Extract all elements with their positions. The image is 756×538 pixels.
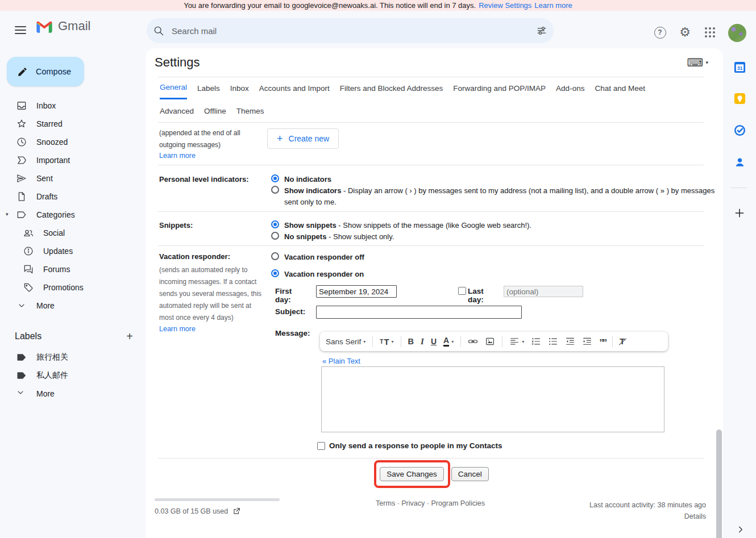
tab-labels[interactable]: Labels	[197, 77, 220, 99]
help-icon[interactable]: ?	[653, 25, 667, 40]
insert-link-icon[interactable]	[468, 336, 478, 347]
tasks-icon[interactable]	[733, 123, 746, 137]
subject-input[interactable]	[316, 306, 522, 319]
cancel-button[interactable]: Cancel	[451, 467, 489, 481]
sidebar-item-important[interactable]: Important	[0, 151, 139, 169]
tab-offline[interactable]: Offline	[204, 99, 226, 122]
search-options-icon[interactable]	[534, 23, 549, 38]
sidebar-item-sent[interactable]: Sent	[0, 169, 139, 187]
bold-button[interactable]: B	[408, 337, 414, 346]
underline-button[interactable]: U	[431, 337, 437, 346]
indent-more-icon[interactable]	[582, 336, 592, 347]
compose-button[interactable]: Compose	[7, 57, 84, 86]
tab-chat-meet[interactable]: Chat and Meet	[595, 77, 645, 99]
insert-image-icon[interactable]	[485, 336, 495, 347]
review-settings-link[interactable]: Review Settings	[479, 1, 531, 10]
tab-themes[interactable]: Themes	[236, 99, 264, 122]
save-changes-button[interactable]: Save Changes	[380, 467, 444, 481]
sidebar-item-label: Categories	[36, 210, 75, 219]
settings-tabs-row1: General Labels Inbox Accounts and Import…	[160, 77, 706, 99]
tab-add-ons[interactable]: Add-ons	[556, 77, 584, 99]
quote-icon[interactable]: ””	[599, 337, 605, 346]
message-format-toolbar: Sans Serif ▾ TT ▾ B I U A ▾	[320, 332, 668, 351]
sidebar-item-social[interactable]: Social	[0, 224, 139, 242]
collapse-triangle-icon[interactable]: ▾	[6, 211, 9, 217]
vacation-message-textarea[interactable]	[321, 366, 664, 432]
sidebar-item-promotions[interactable]: Promotions	[0, 278, 139, 297]
open-in-new-icon[interactable]	[232, 507, 240, 515]
label-item-personal[interactable]: 私人邮件	[0, 366, 139, 385]
main-menu-icon[interactable]	[15, 26, 26, 34]
search-icon[interactable]	[151, 23, 166, 38]
search-input[interactable]	[171, 26, 534, 36]
program-policies-link[interactable]: Program Policies	[431, 499, 484, 507]
plus-icon: +	[277, 133, 283, 145]
sidebar-item-label: Forums	[43, 265, 70, 274]
google-apps-icon[interactable]	[703, 25, 717, 40]
tab-inbox[interactable]: Inbox	[230, 77, 249, 99]
show-snippets-radio[interactable]	[271, 220, 279, 228]
dropdown-arrow-icon: ▾	[451, 339, 454, 344]
calendar-icon[interactable]: 31	[733, 60, 746, 74]
plain-text-toggle-link[interactable]: « Plain Text	[322, 357, 360, 365]
terms-link[interactable]: Terms	[376, 499, 395, 507]
input-method-selector[interactable]: ⌨ ▾	[687, 57, 708, 68]
keep-icon[interactable]	[733, 91, 746, 105]
create-new-signature-button[interactable]: + Create new	[267, 128, 339, 149]
vacation-learn-more-link[interactable]: Learn more	[159, 325, 196, 333]
font-family-select[interactable]: Sans Serif ▾	[326, 337, 365, 346]
tab-advanced[interactable]: Advanced	[160, 99, 194, 122]
indicators-row: Personal level indicators: No indicators…	[146, 170, 723, 211]
sidebar-item-updates[interactable]: Updates	[0, 242, 139, 260]
sidebar-item-inbox[interactable]: Inbox	[0, 97, 139, 115]
message-label: Message:	[275, 329, 310, 337]
vertical-scrollbar-thumb[interactable]	[716, 429, 722, 538]
text-size-button[interactable]: TT ▾	[380, 337, 393, 347]
vacation-off-radio[interactable]	[271, 252, 279, 260]
create-label-icon[interactable]: +	[126, 331, 133, 342]
sidebar-item-forums[interactable]: Forums	[0, 260, 139, 278]
label-item-travel[interactable]: 旅行相关	[0, 348, 139, 366]
banner-learn-more-link[interactable]: Learn more	[534, 1, 572, 10]
signature-learn-more-link[interactable]: Learn more	[159, 152, 196, 160]
first-day-input[interactable]	[316, 285, 397, 298]
sidebar-item-drafts[interactable]: Drafts	[0, 187, 139, 206]
tab-filters-blocked[interactable]: Filters and Blocked Addresses	[340, 77, 443, 99]
search-bar[interactable]	[147, 18, 554, 43]
sidebar-item-label: Sent	[36, 174, 53, 183]
tab-accounts-import[interactable]: Accounts and Import	[259, 77, 330, 99]
labels-more-item[interactable]: More	[0, 385, 139, 403]
add-panel-icon[interactable]	[733, 206, 746, 220]
contacts-only-checkbox[interactable]	[317, 442, 325, 450]
settings-gear-icon[interactable]: ⚙	[678, 25, 692, 40]
sidebar-item-categories[interactable]: ▾ Categories	[0, 206, 139, 224]
vacation-on-radio[interactable]	[271, 269, 279, 277]
remove-formatting-icon[interactable]: T	[620, 337, 625, 346]
text-color-button[interactable]: A ▾	[443, 336, 454, 347]
privacy-link[interactable]: Privacy	[401, 499, 425, 507]
italic-button[interactable]: I	[421, 337, 424, 347]
numbered-list-icon[interactable]	[531, 336, 541, 347]
last-activity-text: Last account activity: 38 minutes ago	[589, 499, 706, 511]
sidebar-item-snoozed[interactable]: Snoozed	[0, 133, 139, 151]
indent-less-icon[interactable]	[565, 336, 575, 347]
sidebar-item-label: Updates	[43, 247, 73, 256]
last-day-checkbox[interactable]	[458, 287, 466, 295]
sidebar-item-label: Important	[36, 156, 70, 165]
show-side-panel-icon[interactable]	[736, 524, 746, 535]
bulleted-list-icon[interactable]	[548, 336, 558, 347]
settings-tabs-row2: Advanced Offline Themes	[160, 99, 706, 122]
contacts-icon[interactable]	[733, 155, 746, 169]
sidebar-item-starred[interactable]: Starred	[0, 115, 139, 133]
details-link[interactable]: Details	[589, 511, 706, 522]
last-day-input[interactable]	[504, 286, 583, 297]
dropdown-arrow-icon: ▾	[705, 60, 708, 65]
show-indicators-radio[interactable]	[271, 186, 279, 194]
sidebar-item-more[interactable]: More	[0, 297, 139, 315]
no-snippets-radio[interactable]	[271, 232, 279, 240]
align-button[interactable]: ▾	[509, 336, 524, 347]
tab-general[interactable]: General	[160, 77, 187, 99]
no-indicators-radio[interactable]	[271, 174, 279, 182]
tab-forwarding-pop-imap[interactable]: Forwarding and POP/IMAP	[453, 77, 546, 99]
account-avatar[interactable]	[728, 24, 746, 42]
